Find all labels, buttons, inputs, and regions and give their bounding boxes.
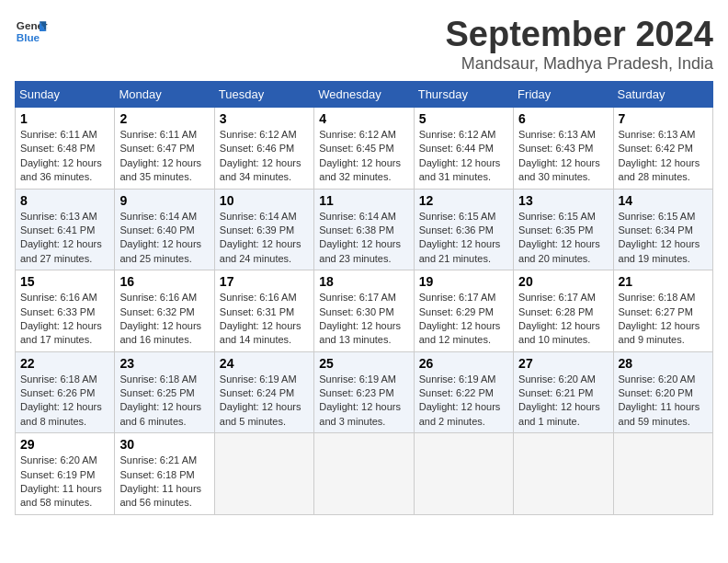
- cell-info: Sunrise: 6:21 AMSunset: 6:18 PMDaylight:…: [119, 454, 201, 508]
- calendar-cell: 5 Sunrise: 6:12 AMSunset: 6:44 PMDayligh…: [414, 108, 513, 190]
- calendar-week-row: 1 Sunrise: 6:11 AMSunset: 6:48 PMDayligh…: [16, 108, 713, 190]
- calendar-cell: 14 Sunrise: 6:15 AMSunset: 6:34 PMDaylig…: [613, 189, 712, 270]
- day-number: 11: [319, 193, 408, 208]
- calendar-cell: 4 Sunrise: 6:12 AMSunset: 6:45 PMDayligh…: [314, 108, 414, 190]
- day-number: 13: [518, 193, 608, 208]
- day-number: 14: [619, 193, 708, 208]
- calendar-cell: [613, 433, 712, 515]
- calendar-cell: 15 Sunrise: 6:16 AMSunset: 6:33 PMDaylig…: [16, 270, 115, 352]
- calendar-cell: [514, 433, 613, 515]
- cell-info: Sunrise: 6:13 AMSunset: 6:43 PMDaylight:…: [518, 129, 600, 182]
- day-number: 17: [220, 274, 309, 289]
- location-title: Mandsaur, Madhya Pradesh, India: [446, 54, 714, 74]
- cell-info: Sunrise: 6:16 AMSunset: 6:31 PMDaylight:…: [220, 292, 301, 345]
- calendar-week-row: 8 Sunrise: 6:13 AMSunset: 6:41 PMDayligh…: [16, 189, 713, 270]
- calendar-cell: 9 Sunrise: 6:14 AMSunset: 6:40 PMDayligh…: [115, 189, 214, 270]
- day-number: 19: [419, 274, 508, 289]
- calendar-cell: 7 Sunrise: 6:13 AMSunset: 6:42 PMDayligh…: [613, 108, 712, 190]
- day-number: 5: [419, 111, 508, 126]
- calendar-cell: 17 Sunrise: 6:16 AMSunset: 6:31 PMDaylig…: [214, 270, 313, 352]
- calendar-cell: 29 Sunrise: 6:20 AMSunset: 6:19 PMDaylig…: [16, 433, 115, 515]
- day-number: 6: [518, 111, 608, 126]
- weekday-header-cell: Tuesday: [214, 82, 313, 108]
- cell-info: Sunrise: 6:18 AMSunset: 6:27 PMDaylight:…: [619, 292, 700, 345]
- svg-text:Blue: Blue: [17, 31, 40, 43]
- day-number: 15: [20, 274, 109, 289]
- calendar-cell: 20 Sunrise: 6:17 AMSunset: 6:28 PMDaylig…: [514, 270, 613, 352]
- calendar-cell: 24 Sunrise: 6:19 AMSunset: 6:24 PMDaylig…: [214, 351, 313, 433]
- calendar-cell: 22 Sunrise: 6:18 AMSunset: 6:26 PMDaylig…: [16, 351, 115, 433]
- day-number: 28: [619, 356, 708, 371]
- calendar-cell: 3 Sunrise: 6:12 AMSunset: 6:46 PMDayligh…: [214, 108, 313, 190]
- cell-info: Sunrise: 6:15 AMSunset: 6:36 PMDaylight:…: [419, 211, 501, 264]
- day-number: 2: [119, 111, 209, 126]
- header: General Blue September 2024 Mandsaur, Ma…: [15, 15, 713, 74]
- weekday-header-cell: Wednesday: [314, 82, 414, 108]
- day-number: 21: [619, 274, 708, 289]
- day-number: 8: [20, 193, 109, 208]
- calendar-cell: 25 Sunrise: 6:19 AMSunset: 6:23 PMDaylig…: [314, 351, 414, 433]
- calendar-cell: [414, 433, 513, 515]
- weekday-header-cell: Friday: [514, 82, 613, 108]
- day-number: 29: [20, 437, 109, 452]
- calendar-cell: 10 Sunrise: 6:14 AMSunset: 6:39 PMDaylig…: [214, 189, 313, 270]
- day-number: 7: [619, 111, 708, 126]
- day-number: 18: [319, 274, 408, 289]
- logo-icon: General Blue: [15, 15, 48, 48]
- day-number: 27: [518, 356, 608, 371]
- day-number: 22: [20, 356, 109, 371]
- logo: General Blue: [15, 15, 48, 48]
- calendar-body: 1 Sunrise: 6:11 AMSunset: 6:48 PMDayligh…: [16, 108, 713, 515]
- cell-info: Sunrise: 6:11 AMSunset: 6:47 PMDaylight:…: [119, 129, 201, 182]
- day-number: 1: [20, 111, 109, 126]
- cell-info: Sunrise: 6:12 AMSunset: 6:46 PMDaylight:…: [220, 129, 301, 182]
- cell-info: Sunrise: 6:20 AMSunset: 6:21 PMDaylight:…: [518, 373, 600, 427]
- calendar-cell: 2 Sunrise: 6:11 AMSunset: 6:47 PMDayligh…: [115, 108, 214, 190]
- cell-info: Sunrise: 6:16 AMSunset: 6:32 PMDaylight:…: [119, 292, 201, 345]
- month-title: September 2024: [446, 15, 714, 54]
- cell-info: Sunrise: 6:19 AMSunset: 6:22 PMDaylight:…: [419, 373, 501, 427]
- day-number: 3: [220, 111, 309, 126]
- calendar-table: SundayMondayTuesdayWednesdayThursdayFrid…: [15, 81, 713, 515]
- day-number: 20: [518, 274, 608, 289]
- calendar-cell: 6 Sunrise: 6:13 AMSunset: 6:43 PMDayligh…: [514, 108, 613, 190]
- cell-info: Sunrise: 6:14 AMSunset: 6:39 PMDaylight:…: [220, 211, 301, 264]
- cell-info: Sunrise: 6:16 AMSunset: 6:33 PMDaylight:…: [20, 292, 102, 345]
- weekday-header-cell: Saturday: [613, 82, 712, 108]
- calendar-cell: 18 Sunrise: 6:17 AMSunset: 6:30 PMDaylig…: [314, 270, 414, 352]
- calendar-week-row: 15 Sunrise: 6:16 AMSunset: 6:33 PMDaylig…: [16, 270, 713, 352]
- day-number: 16: [119, 274, 209, 289]
- calendar-cell: 27 Sunrise: 6:20 AMSunset: 6:21 PMDaylig…: [514, 351, 613, 433]
- calendar-cell: 12 Sunrise: 6:15 AMSunset: 6:36 PMDaylig…: [414, 189, 513, 270]
- cell-info: Sunrise: 6:20 AMSunset: 6:20 PMDaylight:…: [619, 373, 700, 427]
- calendar-cell: 1 Sunrise: 6:11 AMSunset: 6:48 PMDayligh…: [16, 108, 115, 190]
- calendar-cell: 11 Sunrise: 6:14 AMSunset: 6:38 PMDaylig…: [314, 189, 414, 270]
- calendar-cell: 26 Sunrise: 6:19 AMSunset: 6:22 PMDaylig…: [414, 351, 513, 433]
- day-number: 30: [119, 437, 209, 452]
- calendar-cell: [214, 433, 313, 515]
- cell-info: Sunrise: 6:11 AMSunset: 6:48 PMDaylight:…: [20, 129, 102, 182]
- weekday-header-cell: Monday: [115, 82, 214, 108]
- calendar-cell: 19 Sunrise: 6:17 AMSunset: 6:29 PMDaylig…: [414, 270, 513, 352]
- calendar-cell: 30 Sunrise: 6:21 AMSunset: 6:18 PMDaylig…: [115, 433, 214, 515]
- calendar-cell: 21 Sunrise: 6:18 AMSunset: 6:27 PMDaylig…: [613, 270, 712, 352]
- weekday-header-cell: Sunday: [16, 82, 115, 108]
- day-number: 4: [319, 111, 408, 126]
- cell-info: Sunrise: 6:18 AMSunset: 6:26 PMDaylight:…: [20, 373, 102, 427]
- day-number: 23: [119, 356, 209, 371]
- calendar-cell: 28 Sunrise: 6:20 AMSunset: 6:20 PMDaylig…: [613, 351, 712, 433]
- calendar-cell: 16 Sunrise: 6:16 AMSunset: 6:32 PMDaylig…: [115, 270, 214, 352]
- cell-info: Sunrise: 6:19 AMSunset: 6:23 PMDaylight:…: [319, 373, 401, 427]
- day-number: 12: [419, 193, 508, 208]
- day-number: 25: [319, 356, 408, 371]
- cell-info: Sunrise: 6:12 AMSunset: 6:44 PMDaylight:…: [419, 129, 501, 182]
- cell-info: Sunrise: 6:15 AMSunset: 6:35 PMDaylight:…: [518, 211, 600, 264]
- cell-info: Sunrise: 6:13 AMSunset: 6:41 PMDaylight:…: [20, 211, 102, 264]
- cell-info: Sunrise: 6:17 AMSunset: 6:30 PMDaylight:…: [319, 292, 401, 345]
- calendar-cell: 8 Sunrise: 6:13 AMSunset: 6:41 PMDayligh…: [16, 189, 115, 270]
- cell-info: Sunrise: 6:12 AMSunset: 6:45 PMDaylight:…: [319, 129, 401, 182]
- cell-info: Sunrise: 6:19 AMSunset: 6:24 PMDaylight:…: [220, 373, 301, 427]
- calendar-week-row: 22 Sunrise: 6:18 AMSunset: 6:26 PMDaylig…: [16, 351, 713, 433]
- cell-info: Sunrise: 6:13 AMSunset: 6:42 PMDaylight:…: [619, 129, 700, 182]
- cell-info: Sunrise: 6:20 AMSunset: 6:19 PMDaylight:…: [20, 454, 102, 508]
